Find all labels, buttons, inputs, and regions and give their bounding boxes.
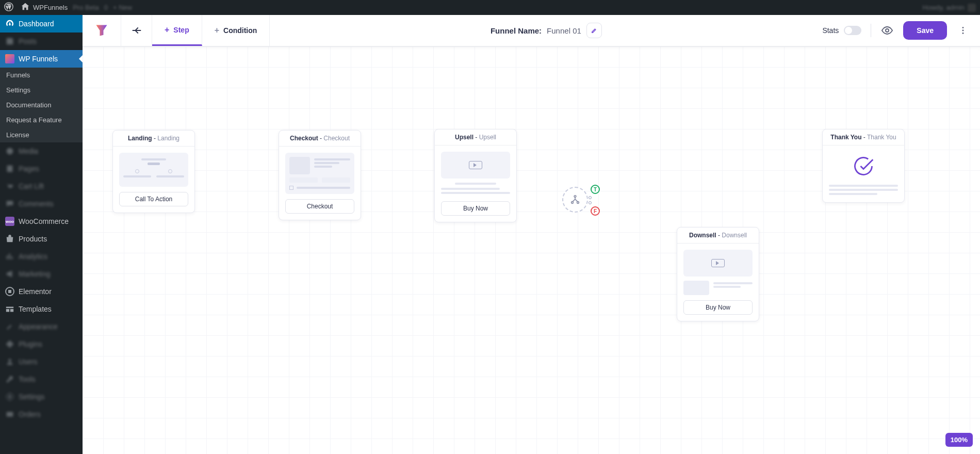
play-icon	[711, 259, 725, 267]
adminbar-blur-new: + New	[113, 4, 132, 11]
node-downsell[interactable]: Downsell - Downsell Buy Now	[677, 227, 759, 321]
funnel-canvas[interactable]: Landing - Landing Call To Action Checkou…	[83, 46, 980, 454]
sidebar-other[interactable]: Orders	[0, 406, 83, 423]
woocommerce-icon: woo	[5, 217, 14, 226]
landing-cta-button[interactable]: Call To Action	[119, 192, 188, 206]
node-downsell-header: Downsell - Downsell	[677, 228, 759, 244]
node-landing[interactable]: Landing - Landing Call To Action	[112, 130, 195, 213]
zoom-indicator[interactable]: 100%	[945, 433, 973, 447]
sidebar-media[interactable]: Media	[0, 142, 83, 160]
funnel-name-label: Funnel Name:	[491, 26, 542, 35]
svg-point-10	[574, 196, 576, 198]
svg-rect-5	[7, 412, 13, 417]
sidebar-marketing[interactable]: Marketing	[0, 265, 83, 283]
downsell-thumbnail	[683, 250, 753, 277]
preview-button[interactable]	[880, 24, 894, 37]
upsell-cta-button[interactable]: Buy Now	[441, 201, 510, 216]
adminbar-blur-pro: Pro Beta	[73, 4, 99, 11]
condition-port-bottom[interactable]	[589, 201, 592, 204]
sidebar-templates[interactable]: Templates	[0, 300, 83, 318]
wpfunnels-logo[interactable]	[83, 15, 121, 46]
svg-point-7	[962, 27, 964, 28]
home-icon[interactable]	[21, 2, 30, 13]
svg-point-11	[571, 202, 574, 204]
sub-request-feature[interactable]: Request a Feature	[0, 112, 83, 127]
condition-true-port[interactable]: T	[591, 185, 600, 194]
wp-funnels-icon	[5, 54, 14, 63]
sub-license[interactable]: License	[0, 127, 83, 142]
sub-settings[interactable]: Settings	[0, 83, 83, 98]
stats-label: Stats	[822, 26, 839, 35]
tab-condition[interactable]: + Condition	[202, 15, 270, 46]
products-icon	[5, 234, 14, 244]
sidebar-wpf-submenu: Funnels Settings Documentation Request a…	[0, 68, 83, 142]
node-thankyou[interactable]: Thank You - Thank You	[822, 129, 905, 203]
site-name[interactable]: WPFunnels	[33, 4, 68, 11]
howdy[interactable]: Howdy, admin	[923, 4, 976, 12]
play-icon	[469, 161, 482, 169]
node-checkout-header: Checkout - Checkout	[279, 131, 361, 147]
branch-icon	[569, 194, 581, 205]
sidebar-appearance[interactable]: Appearance	[0, 318, 83, 335]
node-condition[interactable]	[562, 187, 588, 213]
wordpress-icon[interactable]	[4, 2, 13, 13]
more-menu-button[interactable]	[956, 24, 970, 37]
main-area: + Step + Condition Funnel Name: Funnel 0…	[83, 15, 980, 454]
sub-funnels[interactable]: Funnels	[0, 68, 83, 83]
adminbar-blur-count: 0	[104, 4, 108, 11]
tab-step[interactable]: + Step	[152, 15, 202, 46]
thankyou-check-icon	[829, 152, 898, 181]
funnel-name-value: Funnel 01	[547, 26, 581, 35]
sidebar-dashboard[interactable]: Dashboard	[0, 15, 83, 33]
upsell-thumbnail	[441, 152, 510, 179]
tab-condition-label: Condition	[223, 26, 257, 35]
save-button[interactable]: Save	[903, 21, 947, 40]
svg-point-12	[577, 202, 579, 204]
svg-point-8	[962, 30, 964, 31]
sidebar-woocommerce-label: WooCommerce	[19, 217, 69, 225]
editor-topbar: + Step + Condition Funnel Name: Funnel 0…	[83, 15, 980, 46]
sidebar-cartlift[interactable]: Cart Lift	[0, 177, 83, 195]
back-button[interactable]	[121, 15, 152, 46]
sidebar-products[interactable]: Products	[0, 230, 83, 248]
sidebar-plugins[interactable]: Plugins	[0, 335, 83, 353]
sidebar-posts[interactable]: Posts	[0, 33, 83, 50]
edges-layer	[83, 46, 237, 124]
sidebar-templates-label: Templates	[19, 305, 52, 313]
checkout-cta-button[interactable]: Checkout	[285, 199, 354, 214]
sidebar-users[interactable]: Users	[0, 353, 83, 370]
stats-toggle[interactable]	[844, 26, 861, 35]
sidebar-analytics[interactable]: Analytics	[0, 248, 83, 265]
node-thankyou-header: Thank You - Thank You	[823, 129, 904, 145]
svg-point-3	[8, 359, 11, 362]
svg-point-1	[7, 148, 13, 155]
sidebar-settings[interactable]: Settings	[0, 388, 83, 406]
sidebar-elementor[interactable]: Elementor	[0, 283, 83, 300]
sidebar-pages[interactable]: Pages	[0, 160, 83, 177]
node-upsell[interactable]: Upsell - Upsell Buy Now	[434, 129, 517, 222]
plus-icon: +	[165, 25, 169, 35]
condition-false-port[interactable]: F	[591, 206, 600, 216]
divider	[871, 24, 871, 37]
checkout-thumbnail	[285, 153, 354, 194]
svg-point-9	[962, 33, 964, 34]
sidebar-tools[interactable]: Tools	[0, 370, 83, 388]
sidebar-wp-funnels[interactable]: WP Funnels	[0, 50, 83, 68]
svg-point-6	[886, 29, 889, 32]
templates-icon	[5, 304, 14, 314]
elementor-icon	[5, 287, 14, 296]
sub-documentation[interactable]: Documentation	[0, 98, 83, 112]
sidebar-dashboard-label: Dashboard	[19, 20, 54, 28]
downsell-cta-button[interactable]: Buy Now	[683, 300, 753, 315]
sidebar-wp-funnels-label: WP Funnels	[19, 55, 58, 63]
sidebar-woocommerce[interactable]: woo WooCommerce	[0, 213, 83, 230]
node-checkout[interactable]: Checkout - Checkout Checkout	[279, 130, 361, 220]
condition-port-top[interactable]	[589, 196, 592, 199]
sidebar-elementor-label: Elementor	[19, 287, 52, 296]
node-landing-header: Landing - Landing	[113, 131, 194, 147]
sidebar-comments[interactable]: Comments	[0, 195, 83, 213]
svg-point-4	[8, 395, 11, 398]
stats-toggle-group: Stats	[822, 26, 861, 35]
node-upsell-header: Upsell - Upsell	[435, 129, 516, 145]
edit-funnel-name-button[interactable]	[586, 23, 602, 38]
